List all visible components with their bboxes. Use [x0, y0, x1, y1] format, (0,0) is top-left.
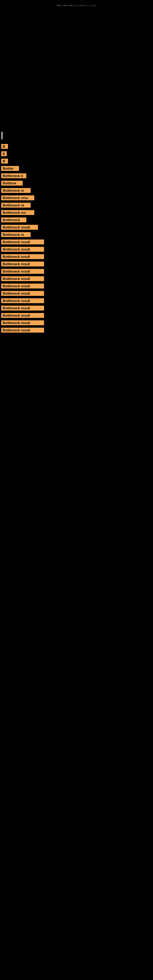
row-wrapper-12: Bottleneck result [0, 225, 153, 230]
bottleneck-item-13[interactable]: Bottleneck re [1, 232, 30, 237]
row-wrapper-21: Bottleneck result [0, 291, 153, 296]
row-wrapper-8: Bottleneck resu [0, 196, 153, 200]
row-wrapper-11: Bottleneck [0, 218, 153, 222]
bottleneck-item-7[interactable]: Bottleneck re [1, 188, 30, 193]
bottleneck-item-5[interactable]: Bottleneck d [1, 173, 26, 178]
bottleneck-items-container: B E B Bottler Bottleneck d Bottlene Bott… [0, 144, 153, 335]
row-wrapper-9: Bottleneck ra [0, 203, 153, 208]
row-wrapper-22: Bottleneck result [0, 298, 153, 303]
row-wrapper-14: Bottleneck result [0, 240, 153, 244]
row-wrapper-26: Bottleneck result [0, 328, 153, 332]
row-wrapper-20: Bottleneck result [0, 283, 153, 288]
bottleneck-item-17[interactable]: Bottleneck result [1, 261, 44, 266]
row-wrapper-16: Bottleneck result [0, 254, 153, 259]
bottleneck-item-20[interactable]: Bottleneck result [1, 283, 44, 288]
bottleneck-item-10[interactable]: Bottleneck res [1, 210, 34, 215]
row-wrapper-24: Bottleneck result [0, 313, 153, 318]
bottleneck-item-3[interactable]: B [1, 159, 8, 164]
bottleneck-item-8[interactable]: Bottleneck resu [1, 196, 34, 200]
bottleneck-item-23[interactable]: Bottleneck result [1, 305, 44, 310]
row-wrapper-5: Bottleneck d [0, 173, 153, 178]
bottleneck-item-18[interactable]: Bottleneck result [1, 269, 44, 274]
bottleneck-item-9[interactable]: Bottleneck ra [1, 203, 30, 208]
bottleneck-item-19[interactable]: Bottleneck result [1, 276, 44, 281]
bottleneck-item-21[interactable]: Bottleneck result [1, 291, 44, 296]
bottleneck-item-22[interactable]: Bottleneck result [1, 298, 44, 303]
row-wrapper-25: Bottleneck result [0, 320, 153, 325]
row-wrapper-15: Bottleneck result [0, 247, 153, 252]
row-wrapper-4: Bottler [0, 166, 153, 171]
bottleneck-item-6[interactable]: Bottlene [1, 181, 22, 186]
row-wrapper-13: Bottleneck re [0, 232, 153, 237]
row-wrapper-10: Bottleneck res [0, 210, 153, 215]
row-wrapper-19: Bottleneck result [0, 276, 153, 281]
chart-area [9, 6, 150, 135]
bottleneck-item-11[interactable]: Bottleneck [1, 218, 26, 222]
row-wrapper-17: Bottleneck result [0, 261, 153, 266]
bottleneck-item-2[interactable]: E [1, 151, 7, 156]
row-wrapper-2: E [0, 151, 153, 156]
bottleneck-item-1[interactable]: B [1, 144, 8, 149]
row-wrapper-23: Bottleneck result [0, 305, 153, 310]
bottleneck-item-12[interactable]: Bottleneck result [1, 225, 38, 230]
bottleneck-item-26[interactable]: Bottleneck result [1, 328, 44, 332]
bottleneck-item-15[interactable]: Bottleneck result [1, 247, 44, 252]
bottleneck-item-4[interactable]: Bottler [1, 166, 19, 171]
bottleneck-item-16[interactable]: Bottleneck result [1, 254, 44, 259]
row-wrapper-7: Bottleneck re [0, 188, 153, 193]
bottleneck-item-14[interactable]: Bottleneck result [1, 240, 44, 244]
row-wrapper-3: B [0, 159, 153, 164]
row-wrapper-6: Bottlene [0, 181, 153, 186]
row-wrapper-1: B [0, 144, 153, 149]
row-wrapper-18: Bottleneck result [0, 269, 153, 274]
bottleneck-item-25[interactable]: Bottleneck result [1, 320, 44, 325]
cursor-indicator [2, 132, 2, 139]
bottleneck-item-24[interactable]: Bottleneck result [1, 313, 44, 318]
